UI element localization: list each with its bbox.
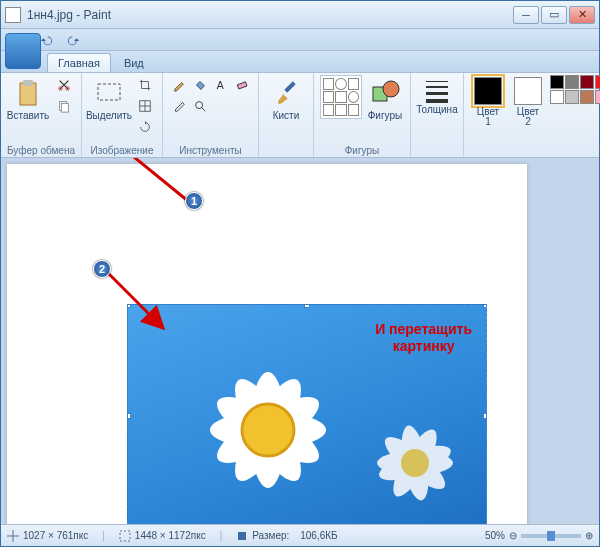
paste-button[interactable]: Вставить <box>7 75 49 123</box>
canvas[interactable]: И перетащить картинку 1 2 <box>7 164 527 524</box>
color2-well <box>514 77 542 105</box>
paste-icon <box>12 77 44 109</box>
paint-window: 1нн4.jpg - Paint ─ ▭ ✕ Главная Вид Встав… <box>0 0 600 547</box>
magnifier-icon[interactable] <box>190 96 210 116</box>
svg-rect-33 <box>238 532 246 540</box>
rotate-icon[interactable] <box>134 117 156 137</box>
brushes-button[interactable]: Кисти <box>265 75 307 123</box>
zoom-in-button[interactable]: ⊕ <box>585 530 593 541</box>
tab-view[interactable]: Вид <box>113 53 155 72</box>
svg-rect-2 <box>20 83 36 105</box>
status-cursor: 1027 × 761пкс <box>7 530 88 542</box>
svg-point-29 <box>401 449 429 477</box>
palette-swatch[interactable] <box>580 90 594 104</box>
titlebar: 1нн4.jpg - Paint ─ ▭ ✕ <box>1 1 599 29</box>
annotation-text: И перетащить картинку <box>375 321 472 355</box>
pasted-image-selection[interactable]: И перетащить картинку <box>127 304 487 524</box>
close-button[interactable]: ✕ <box>569 6 595 24</box>
app-icon <box>5 7 21 23</box>
group-brushes: Кисти <box>259 73 314 157</box>
shapes-button[interactable]: Фигуры <box>366 75 404 123</box>
minimize-button[interactable]: ─ <box>513 6 539 24</box>
window-title: 1нн4.jpg - Paint <box>27 8 513 22</box>
badge-1: 1 <box>185 192 203 210</box>
zoom-slider[interactable] <box>521 534 581 538</box>
copy-icon[interactable] <box>53 96 75 116</box>
flower-illustration-small <box>350 403 480 523</box>
cut-icon[interactable] <box>53 75 75 95</box>
svg-line-30 <box>91 158 188 201</box>
crop-icon[interactable] <box>134 75 156 95</box>
svg-rect-8 <box>98 84 120 100</box>
group-image: Выделить Изображение <box>82 73 163 157</box>
quick-access-toolbar <box>1 29 599 51</box>
svg-point-12 <box>196 102 203 109</box>
maximize-button[interactable]: ▭ <box>541 6 567 24</box>
shapes-gallery[interactable] <box>320 75 362 119</box>
group-tools: A Инструменты <box>163 73 259 157</box>
eyedropper-icon[interactable] <box>169 96 189 116</box>
color1-well <box>474 77 502 105</box>
color1-button[interactable]: Цвет 1 <box>470 75 506 129</box>
flower-illustration <box>168 335 368 524</box>
eraser-icon[interactable] <box>232 75 252 95</box>
svg-point-15 <box>383 81 399 97</box>
ribbon: Вставить Буфер обмена Выделить <box>1 73 599 158</box>
canvas-area[interactable]: И перетащить картинку 1 2 <box>1 158 599 524</box>
color-palette[interactable] <box>550 75 600 104</box>
palette-swatch[interactable] <box>550 75 564 89</box>
tab-home[interactable]: Главная <box>47 53 111 72</box>
redo-icon[interactable] <box>63 31 85 49</box>
color2-button[interactable]: Цвет 2 <box>510 75 546 129</box>
fill-icon[interactable] <box>190 75 210 95</box>
group-clipboard: Вставить Буфер обмена <box>1 73 82 157</box>
palette-swatch[interactable] <box>565 75 579 89</box>
palette-swatch[interactable] <box>580 75 594 89</box>
text-icon[interactable]: A <box>211 75 231 95</box>
ribbon-tabs: Главная Вид <box>1 51 599 73</box>
zoom-out-button[interactable]: ⊖ <box>509 530 517 541</box>
badge-2: 2 <box>93 260 111 278</box>
group-colors: Цвет 1 Цвет 2 Изменение цветов Цвета <box>464 73 600 157</box>
group-shapes: Фигуры Фигуры <box>314 73 411 157</box>
group-size: Толщина <box>411 73 464 157</box>
svg-rect-11 <box>237 82 247 89</box>
svg-rect-3 <box>23 80 33 86</box>
palette-swatch[interactable] <box>550 90 564 104</box>
palette-swatch[interactable] <box>595 75 600 89</box>
tools-grid: A <box>169 75 252 116</box>
resize-icon[interactable] <box>134 96 156 116</box>
zoom-control[interactable]: 50% ⊖ ⊕ <box>485 530 593 541</box>
statusbar: 1027 × 761пкс | 1448 × 1172пкс | Размер:… <box>1 524 599 546</box>
select-button[interactable]: Выделить <box>88 75 130 123</box>
palette-swatch[interactable] <box>595 90 600 104</box>
svg-rect-13 <box>284 81 295 92</box>
palette-swatch[interactable] <box>565 90 579 104</box>
window-controls: ─ ▭ ✕ <box>513 6 595 24</box>
svg-rect-32 <box>120 531 130 541</box>
svg-rect-7 <box>61 103 68 112</box>
status-selection-size: 1448 × 1172пкс <box>119 530 206 542</box>
pencil-icon[interactable] <box>169 75 189 95</box>
arrow-annotation-1 <box>83 158 193 206</box>
file-menu-button[interactable] <box>5 33 41 69</box>
status-filesize: Размер: 106,6КБ <box>236 530 337 542</box>
size-icon <box>423 77 451 103</box>
brush-icon <box>270 77 302 109</box>
svg-text:A: A <box>217 79 224 91</box>
select-icon <box>93 77 125 109</box>
size-button[interactable]: Толщина <box>417 75 457 117</box>
shapes-icon <box>369 77 401 109</box>
